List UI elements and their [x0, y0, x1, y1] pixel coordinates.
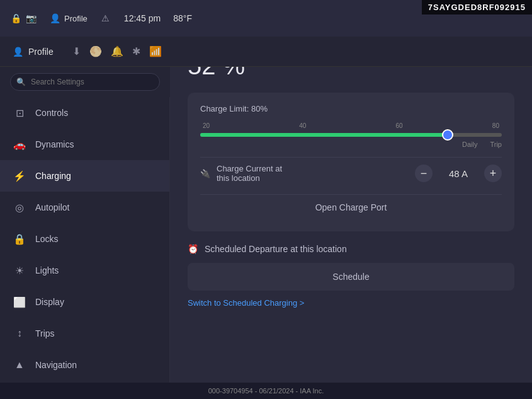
autopilot-icon: ◎ [13, 200, 26, 214]
main-content: 52 % Charge Limit: 80% 20 40 60 80 Daily… [170, 37, 532, 383]
slider-fill [200, 133, 448, 137]
download-icon[interactable]: ⬇ [72, 45, 81, 57]
trips-icon: ↕ [13, 327, 26, 340]
vin-bar: 7SAYGDED8RF092915 [422, 0, 532, 14]
charge-current-control: − 48 A + [415, 165, 502, 182]
camera-icon: 📷 [25, 13, 37, 24]
bluetooth-icon[interactable]: ✱ [132, 45, 140, 57]
brightness-icon[interactable]: 🌕 [89, 45, 102, 57]
vin-text: 7SAYGDED8RF092915 [428, 3, 526, 12]
schedule-button[interactable]: Schedule [188, 263, 514, 291]
sidebar-item-trips[interactable]: ↕ Trips [0, 318, 169, 349]
sidebar-item-controls-label: Controls [35, 108, 68, 118]
charge-current-value: 48 A [443, 168, 474, 179]
charger-plug-icon: 🔌 [200, 169, 210, 178]
top-bar-temp: 88°F [173, 13, 192, 23]
charging-icon: ⚡ [13, 169, 26, 183]
top-bar-profile-label: Profile [64, 14, 88, 23]
scheduled-section: ⏰ Scheduled Departure at this location S… [188, 244, 514, 308]
open-charge-port-button[interactable]: Open Charge Port [200, 194, 502, 220]
lights-icon: ☀ [13, 263, 26, 277]
search-icon: 🔍 [16, 78, 26, 86]
scheduled-title-text: Scheduled Departure at this location [205, 244, 347, 254]
sidebar-item-charging-label: Charging [35, 171, 71, 181]
charge-limit-label: Charge Limit: 80% [200, 104, 502, 113]
charge-slider-track[interactable] [200, 133, 502, 137]
slider-ticks: 20 40 60 80 [200, 122, 502, 129]
controls-icon: ⊡ [13, 106, 26, 120]
sidebar-item-locks[interactable]: 🔒 Locks [0, 223, 169, 255]
sidebar-item-lights[interactable]: ☀ Lights [0, 255, 169, 286]
slider-labels: Daily Trip [200, 141, 502, 148]
sidebar-item-display-label: Display [35, 297, 64, 307]
footer-text: 000-39704954 - 06/21/2024 - IAA Inc. [208, 387, 324, 395]
tick-40: 40 [299, 122, 306, 129]
alert-icon: ⚠ [100, 13, 111, 24]
search-wrap: 🔍 [10, 73, 160, 91]
slider-label-trip: Trip [490, 141, 502, 148]
sidebar-item-controls[interactable]: ⊡ Controls [0, 97, 169, 129]
time-display: 12:45 pm [124, 13, 161, 23]
charge-current-row: 🔌 Charge Current atthis location − 48 A … [200, 157, 502, 189]
search-bar-area: 🔍 [0, 67, 170, 97]
sub-header-profile-icon: 👤 [13, 47, 23, 57]
profile-icon: 👤 [49, 13, 60, 24]
sidebar-item-autopilot-label: Autopilot [35, 202, 69, 212]
tick-80: 80 [492, 122, 499, 129]
lock-icon: 🔒 [10, 13, 21, 24]
increment-button[interactable]: + [484, 165, 502, 182]
top-bar-time: 12:45 pm [124, 13, 161, 23]
temp-display: 88°F [173, 13, 192, 23]
slider-label-daily: Daily [462, 141, 477, 148]
locks-icon: 🔒 [13, 232, 26, 246]
charge-current-label: 🔌 Charge Current atthis location [200, 164, 282, 183]
sidebar-item-navigation-label: Navigation [35, 360, 77, 370]
clock-icon: ⏰ [188, 244, 198, 254]
tick-20: 20 [203, 122, 210, 129]
scheduled-title: ⏰ Scheduled Departure at this location [188, 244, 514, 254]
sidebar-item-display[interactable]: ⬜ Display [0, 286, 169, 318]
charge-card: Charge Limit: 80% 20 40 60 80 Daily Trip… [188, 93, 514, 231]
top-bar-alert: ⚠ [100, 13, 111, 24]
navigation-icon: ▲ [13, 358, 26, 372]
sidebar-item-charging[interactable]: ⚡ Charging [0, 160, 169, 192]
sidebar-item-navigation[interactable]: ▲ Navigation [0, 349, 169, 381]
top-bar-lock: 🔒 📷 [10, 13, 37, 24]
slider-thumb[interactable] [442, 129, 453, 141]
sub-header-profile[interactable]: 👤 Profile [13, 47, 54, 57]
sidebar-item-trips-label: Trips [35, 328, 55, 338]
sub-header-profile-label: Profile [28, 47, 54, 57]
decrement-button[interactable]: − [415, 165, 433, 182]
sub-header-icons: ⬇ 🌕 🔔 ✱ 📶 [72, 45, 162, 57]
sub-header: 👤 Profile ⬇ 🌕 🔔 ✱ 📶 [0, 37, 532, 67]
top-bar-profile[interactable]: 👤 Profile [49, 13, 88, 24]
sidebar-item-dynamics-label: Dynamics [35, 139, 74, 149]
charge-slider-container: 20 40 60 80 Daily Trip [200, 122, 502, 148]
bell-icon[interactable]: 🔔 [111, 45, 123, 57]
signal-icon[interactable]: 📶 [149, 45, 162, 57]
tick-60: 60 [396, 122, 403, 129]
sidebar-item-locks-label: Locks [35, 234, 59, 244]
charge-current-text: Charge Current atthis location [217, 164, 282, 183]
sidebar-item-dynamics[interactable]: 🚗 Dynamics [0, 129, 169, 160]
sidebar-item-autopilot[interactable]: ◎ Autopilot [0, 192, 169, 223]
switch-to-scheduled-charging-link[interactable]: Switch to Scheduled Charging > [188, 298, 514, 308]
footer-bar: 000-39704954 - 06/21/2024 - IAA Inc. [0, 383, 532, 399]
sidebar-item-lights-label: Lights [35, 265, 59, 275]
dynamics-icon: 🚗 [13, 137, 26, 151]
search-input[interactable] [10, 73, 160, 91]
display-icon: ⬜ [13, 295, 26, 309]
